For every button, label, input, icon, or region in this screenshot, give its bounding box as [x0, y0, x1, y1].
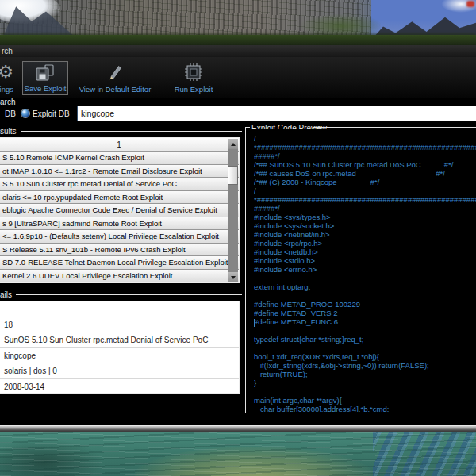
results-rows: S 5.10 Remote ICMP Kernel Crash Exploit … — [0, 152, 239, 282]
result-list-item[interactable]: eblogic Apache Connector Code Exec / Den… — [0, 204, 239, 217]
settings-button[interactable]: ⚙ tings — [0, 61, 24, 95]
code-line: return(TRUE); — [254, 370, 476, 378]
code-line: #include <sys/types.h> — [254, 213, 476, 221]
details-row: kingcope — [0, 348, 239, 364]
code-line: #####*/ — [254, 152, 476, 160]
result-list-item[interactable]: S Release 5.11 snv_101b - Remote IPv6 Cr… — [0, 244, 239, 257]
details-rows: 18 SunOS 5.10 Sun Cluster rpc.metad Deni… — [0, 301, 239, 394]
details-row: 18 — [0, 317, 239, 333]
preview-group-border — [313, 127, 476, 128]
scroll-down-button[interactable] — [228, 272, 238, 282]
app-window: rch ⚙ tings Save Exploit — [0, 45, 476, 425]
code-line: main(int argc,char **argv){ — [254, 396, 476, 405]
search-group-border — [19, 102, 476, 102]
code-line: #include <netdb.h> — [254, 248, 476, 256]
desktop-wallpaper-top — [0, 0, 476, 45]
save-exploit-button[interactable]: Save Exploit — [22, 61, 68, 95]
code-line: *#######################################… — [254, 143, 476, 152]
details-row: SunOS 5.10 Sun Cluster rpc.metad Denial … — [0, 332, 239, 348]
triangle-up-icon — [231, 143, 236, 146]
code-lines: / *#####################################… — [254, 134, 476, 412]
code-line — [254, 274, 476, 282]
result-list-item[interactable]: s 9 [UltraSPARC] sadmind Remote Root Exp… — [0, 217, 239, 231]
preview-group-border-left — [245, 127, 246, 413]
scrollbar-thumb[interactable] — [228, 166, 238, 185]
code-line: extern int optarg; — [254, 282, 476, 291]
code-line: / — [254, 134, 476, 143]
run-exploit-button[interactable]: Run Exploit — [162, 61, 225, 95]
details-row: solaris | dos | 0 — [0, 363, 239, 379]
toolbar: ⚙ tings Save Exploit — [0, 57, 476, 98]
search-group-label: arch — [0, 98, 15, 106]
radio-db-label[interactable]: DB — [5, 109, 16, 118]
code-line: / — [254, 186, 476, 195]
code-line — [254, 326, 476, 335]
triangle-down-icon — [231, 276, 236, 279]
details-group-border — [16, 294, 242, 295]
result-list-item[interactable]: olaris <= 10 rpc.ypupdated Remote Root E… — [0, 191, 239, 205]
result-list-item[interactable]: Kernel 2.6 UDEV Local Privilege Escalati… — [0, 270, 239, 283]
results-group-border — [21, 131, 242, 132]
code-line: typedef struct{char *string;}req_t; — [254, 335, 476, 344]
pencil-icon — [106, 63, 124, 82]
code-line: /*## (C) 2008 - Kingcope #*/ — [254, 178, 476, 186]
results-group-label: sults — [0, 127, 17, 136]
scroll-up-button[interactable] — [228, 139, 238, 149]
result-list-item[interactable]: S 5.10 Remote ICMP Kernel Crash Exploit — [0, 152, 239, 165]
code-line: if(!xdr_string(xdrs,&obj->string,~0)) re… — [254, 361, 476, 370]
results-list[interactable]: 1 S 5.10 Remote ICMP Kernel Crash Exploi… — [0, 137, 240, 283]
radio-exploit-db-label[interactable]: Exploit DB — [33, 109, 70, 118]
preview-group-border-bottom — [245, 413, 476, 413]
code-line: *#######################################… — [254, 195, 476, 204]
code-line: } — [254, 378, 476, 387]
view-in-default-editor-button[interactable]: View in Default Editor — [73, 61, 157, 95]
run-exploit-button-label: Run Exploit — [175, 85, 213, 94]
search-input[interactable] — [77, 106, 476, 121]
floppy-icon — [36, 63, 55, 83]
code-line — [254, 291, 476, 300]
details-row: 2008-03-14 — [0, 379, 239, 395]
code-line — [254, 344, 476, 352]
exploit-code-preview[interactable]: / *#####################################… — [247, 129, 476, 412]
results-scrollbar[interactable] — [228, 139, 238, 282]
code-line: #include <stdio.h> — [254, 256, 476, 265]
result-list-item[interactable]: S 5.10 Sun Cluster rpc.metad Denial of S… — [0, 178, 239, 191]
window-title: rch — [2, 47, 13, 56]
wallpaper-tree-line — [0, 35, 476, 45]
code-line: char buffer[30000],address[4],*b,*cmd; — [254, 405, 476, 412]
gear-icon: ⚙ — [0, 63, 13, 82]
result-list-item[interactable]: ot IMAP 1.0.10 <= 1.1rc2 - Remote Email … — [0, 165, 239, 178]
details-panel: 18 SunOS 5.10 Sun Cluster rpc.metad Deni… — [0, 301, 240, 394]
result-list-item[interactable]: SD 7.0-RELEASE Telnet Daemon Local Privi… — [0, 256, 239, 270]
code-line: #include <rpc/rpc.h> — [254, 239, 476, 248]
wallpaper-red-fragment — [466, 1, 474, 7]
desktop-wallpaper-bottom — [0, 432, 476, 476]
code-line: #define METAD_FUNC 6 — [254, 317, 476, 326]
settings-button-label: tings — [0, 85, 13, 94]
window-titlebar[interactable]: rch — [0, 45, 476, 57]
code-line: #include <sys/socket.h> — [254, 221, 476, 230]
code-line: #define METAD_PROG 100229 — [254, 300, 476, 309]
window-bottom-frame — [0, 425, 476, 432]
code-line: bool_t xdr_req(XDR *xdrs,req_t *obj){ — [254, 352, 476, 361]
details-row — [0, 301, 239, 317]
details-group-label: ails — [0, 290, 12, 299]
code-line: #####*/ — [254, 204, 476, 213]
radio-exploit-db[interactable] — [21, 109, 29, 117]
code-line: /*## causes DoS on rpc.metad #*/ — [254, 169, 476, 178]
save-exploit-button-label: Save Exploit — [25, 84, 67, 93]
view-in-default-editor-button-label: View in Default Editor — [79, 85, 152, 94]
wallpaper-water-ripples — [0, 432, 476, 476]
text-cursor — [254, 319, 255, 327]
code-line — [254, 387, 476, 396]
result-list-item[interactable]: <= 1.6.9p18 - (Defaults setenv) Local Pr… — [0, 230, 239, 244]
code-line: #include <netinet/in.h> — [254, 230, 476, 239]
chip-icon — [184, 63, 203, 82]
code-line: #define METAD_VERS 2 — [254, 309, 476, 317]
results-pager-header[interactable]: 1 — [0, 138, 239, 152]
code-line: /*## SunOS 5.10 Sun Cluster rpc.metad Do… — [254, 160, 476, 169]
desktop: rch ⚙ tings Save Exploit — [0, 0, 476, 476]
code-line: #include <errno.h> — [254, 265, 476, 274]
